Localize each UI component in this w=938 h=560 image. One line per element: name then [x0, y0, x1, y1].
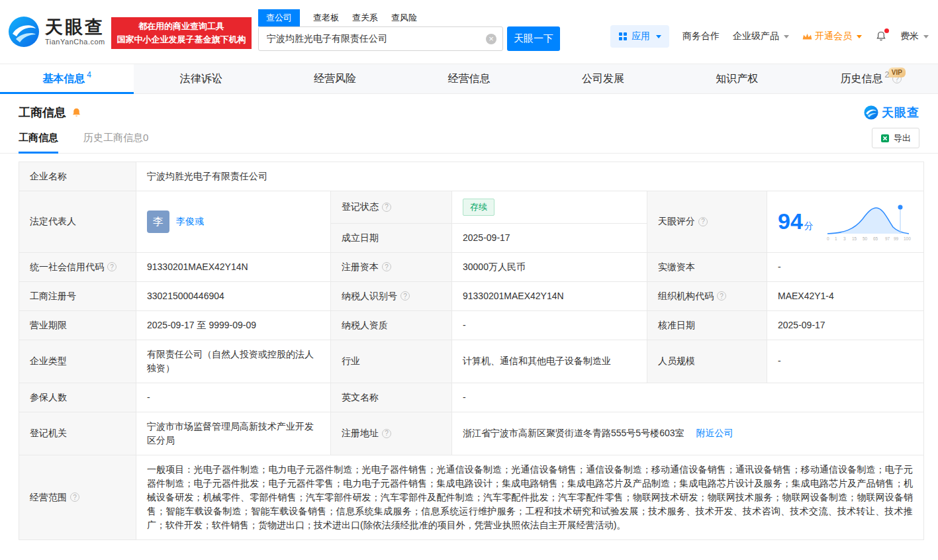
row-legal-rep: 法定代表人 李 李俊彧 登记状态 存续 天眼评分 94分 — [19, 191, 924, 224]
score-distribution-chart[interactable]: 0 1 3 15 50 65 97 99 100 — [824, 201, 913, 243]
industry-value: 计算机、通信和其他电子设备制造业 — [452, 340, 647, 383]
business-scope-label: 经营范围 — [30, 492, 67, 502]
search-tab-risk[interactable]: 查风险 — [391, 9, 417, 26]
search-tab-boss[interactable]: 查老板 — [313, 9, 339, 26]
row-business-term: 营业期限 2025-09-17 至 9999-09-09 纳税人资质 - 核准日… — [19, 310, 924, 340]
tab-intellectual-property-label: 知识产权 — [716, 72, 758, 86]
promo-banner: 都在用的商业查询工具 国家中小企业发展子基金旗下机构 — [111, 17, 252, 49]
help-icon[interactable] — [717, 291, 726, 301]
subtab-history-business-info[interactable]: 历史工商信息0 — [83, 123, 148, 153]
taxpayer-id-label: 纳税人识别号 — [342, 291, 397, 301]
section-title-business-info: 工商信息 — [19, 105, 82, 120]
notification-dot — [884, 28, 889, 33]
company-type-value: 有限责任公司（自然人投资或控股的法人独资） — [136, 340, 331, 383]
tab-history-info-label: 历史信息 — [840, 72, 882, 86]
tab-legal-proceedings[interactable]: 法律诉讼 — [134, 64, 267, 93]
insured-count-label: 参保人数 — [19, 383, 136, 412]
help-icon[interactable] — [382, 203, 391, 212]
search-tab-company[interactable]: 查公司 — [258, 9, 300, 26]
help-icon[interactable] — [70, 492, 79, 502]
approval-date-label: 核准日期 — [647, 310, 767, 340]
help-icon[interactable] — [382, 429, 391, 438]
excel-export-icon — [880, 134, 890, 143]
english-name-label: 英文名称 — [331, 383, 452, 412]
credit-code-label-cell: 统一社会信用代码 — [19, 252, 136, 281]
nav-business-cooperation[interactable]: 商务合作 — [682, 30, 720, 42]
score-label: 天眼评分 — [658, 216, 695, 226]
svg-text:0: 0 — [827, 236, 829, 241]
legal-rep-avatar[interactable]: 李 — [147, 210, 169, 233]
subtab-business-info[interactable]: 工商信息 — [19, 123, 58, 153]
status-badge: 存续 — [463, 199, 494, 216]
reg-status-label: 登记状态 — [342, 201, 379, 212]
svg-text:50: 50 — [863, 236, 868, 241]
nav-enterprise-products-label: 企业级产品 — [733, 30, 779, 42]
apps-menu[interactable]: 应用 — [610, 25, 669, 48]
search-row: 天眼一下 — [258, 26, 560, 51]
business-term-value: 2025-09-17 至 9999-09-09 — [136, 310, 331, 340]
tab-intellectual-property[interactable]: 知识产权 — [670, 64, 804, 93]
subscribe-bell-icon[interactable] — [71, 107, 82, 118]
tianyancha-logo-icon — [864, 105, 878, 120]
clear-icon[interactable] — [486, 34, 496, 44]
org-code-value: MAEX42Y1-4 — [767, 281, 924, 310]
reg-status-label-cell: 登记状态 — [331, 191, 452, 224]
help-icon[interactable] — [382, 262, 391, 271]
tab-operation-risk-label: 经营风险 — [314, 72, 356, 86]
help-icon[interactable] — [698, 217, 708, 226]
svg-text:65: 65 — [873, 236, 878, 241]
nav-open-vip[interactable]: 开通会员 — [802, 30, 862, 42]
taxpayer-id-value: 91330201MAEX42Y14N — [452, 281, 647, 310]
reg-capital-value: 30000万人民币 — [452, 252, 647, 281]
help-icon[interactable] — [400, 291, 410, 301]
tab-operation-info-label: 经营信息 — [447, 72, 490, 86]
legal-rep-cell: 李 李俊彧 — [136, 191, 331, 253]
svg-text:100: 100 — [904, 236, 911, 241]
org-code-label: 组织机构代码 — [658, 291, 714, 301]
tab-company-development[interactable]: 公司发展 — [536, 64, 670, 93]
company-name-value: 宁波均胜光电子有限责任公司 — [136, 162, 924, 191]
svg-text:15: 15 — [852, 236, 857, 241]
search-input[interactable] — [258, 26, 503, 51]
reg-number-value: 330215000446904 — [136, 281, 331, 310]
search-tab-relation[interactable]: 查关系 — [352, 9, 378, 26]
row-insured-count: 参保人数 - 英文名称 - — [19, 383, 924, 412]
svg-text:3: 3 — [843, 236, 846, 241]
industry-label: 行业 — [331, 340, 452, 383]
help-icon[interactable] — [107, 262, 117, 271]
watermark-brand-text: 天眼查 — [882, 105, 919, 120]
chevron-down-icon — [923, 35, 929, 38]
establish-date-value: 2025-09-17 — [452, 223, 647, 252]
site-logo[interactable]: 天眼查 TianYanCha.com — [8, 16, 105, 48]
user-menu[interactable]: 费米 — [900, 30, 929, 42]
row-company-name: 企业名称 宁波均胜光电子有限责任公司 — [19, 162, 924, 191]
paid-capital-value: - — [767, 252, 924, 281]
logo-text: 天眼查 TianYanCha.com — [45, 18, 105, 46]
nearby-companies-link[interactable]: 附近公司 — [696, 428, 733, 438]
reg-address-label-cell: 注册地址 — [331, 412, 452, 455]
reg-address-value-cell: 浙江省宁波市高新区聚贤街道冬青路555号5号楼603室 附近公司 — [452, 412, 924, 455]
notification-bell-icon[interactable] — [875, 30, 887, 42]
legal-rep-label: 法定代表人 — [19, 191, 136, 253]
company-nav-tabs: 基本信息 4 法律诉讼 经营风险 经营信息 公司发展 知识产权 VIP 历史信息… — [0, 64, 938, 94]
taxpayer-quality-label: 纳税人资质 — [331, 310, 452, 340]
search-button[interactable]: 天眼一下 — [507, 26, 560, 51]
reg-capital-label: 注册资本 — [342, 261, 379, 272]
business-info-table: 企业名称 宁波均胜光电子有限责任公司 法定代表人 李 李俊彧 登记状态 存续 天… — [19, 162, 924, 540]
chevron-down-icon — [857, 35, 862, 38]
reg-address-label: 注册地址 — [342, 428, 379, 438]
tab-operation-info[interactable]: 经营信息 — [402, 64, 536, 93]
chevron-down-icon — [656, 35, 661, 38]
credit-code-value: 91330201MAEX42Y14N — [136, 252, 331, 281]
tab-history-info[interactable]: VIP 历史信息 2 — [804, 64, 938, 93]
search-tabs: 查公司 查老板 查关系 查风险 — [258, 9, 560, 26]
tab-operation-risk[interactable]: 经营风险 — [268, 64, 402, 93]
tianyancha-watermark: 天眼查 — [864, 105, 919, 120]
reg-capital-label-cell: 注册资本 — [331, 252, 452, 281]
legal-rep-link[interactable]: 李俊彧 — [176, 214, 204, 228]
tab-basic-info[interactable]: 基本信息 4 — [0, 64, 134, 93]
export-button[interactable]: 导出 — [872, 128, 919, 148]
org-code-label-cell: 组织机构代码 — [647, 281, 767, 310]
staff-size-value: - — [767, 340, 924, 383]
nav-enterprise-products[interactable]: 企业级产品 — [733, 30, 789, 42]
